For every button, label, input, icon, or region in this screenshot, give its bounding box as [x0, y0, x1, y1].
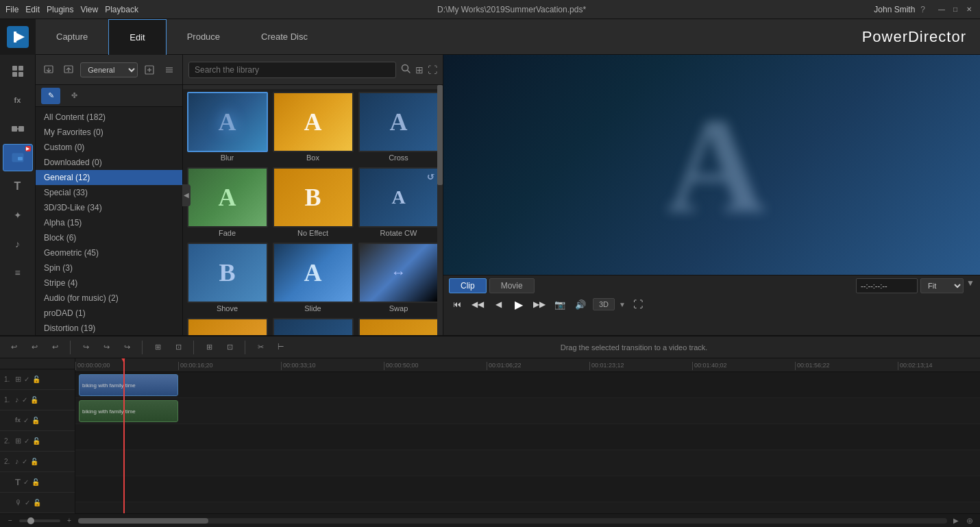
menu-edit[interactable]: Edit: [25, 5, 40, 14]
minimize-btn[interactable]: —: [936, 4, 947, 15]
transition-shove[interactable]: B Shove: [186, 243, 269, 315]
step-back-btn[interactable]: ◀◀: [469, 296, 486, 312]
transition-more-3[interactable]: A: [357, 318, 440, 335]
cat-distortion[interactable]: Distortion (19): [36, 321, 182, 335]
transition-fade[interactable]: A Fade: [186, 167, 269, 240]
filter-edit-tab[interactable]: ✎: [41, 88, 60, 104]
expand-view-btn[interactable]: ⛶: [428, 64, 437, 75]
transition-no-effect[interactable]: B No Effect: [271, 167, 354, 240]
volume-btn[interactable]: 🔊: [572, 296, 589, 312]
prev-frame-btn[interactable]: ◀: [490, 296, 506, 312]
cat-custom[interactable]: Custom (0): [36, 140, 182, 155]
cat-geometric[interactable]: Geometric (45): [36, 245, 182, 260]
close-btn[interactable]: ✕: [964, 4, 975, 15]
particles-tool[interactable]: ✦: [3, 201, 33, 229]
add-track-btn[interactable]: ⊕: [965, 516, 975, 526]
menu-playback[interactable]: Playback: [105, 5, 138, 14]
track-title-check[interactable]: ✓: [23, 478, 29, 486]
menu-plugins[interactable]: Plugins: [47, 5, 73, 14]
transition-more-2[interactable]: A: [271, 318, 354, 335]
track-1v-check[interactable]: ✓: [24, 376, 29, 383]
cat-downloaded[interactable]: Downloaded (0): [36, 155, 182, 170]
cat-spin[interactable]: Spin (3): [36, 260, 182, 275]
cat-all-content[interactable]: All Content (182): [36, 110, 182, 125]
pip-tool[interactable]: ▶: [3, 144, 33, 171]
transitions-tool[interactable]: [3, 115, 33, 143]
redo-btn2[interactable]: ↪: [98, 339, 114, 356]
snap-btn[interactable]: ⊞: [201, 339, 217, 356]
audio-tool[interactable]: ♪: [3, 230, 33, 258]
zoom-out-btn[interactable]: −: [5, 516, 15, 526]
scroll-right-btn[interactable]: ▶: [951, 516, 961, 526]
preview-tab-movie[interactable]: Movie: [489, 278, 535, 293]
search-icon[interactable]: [400, 63, 411, 76]
track-fx-lock[interactable]: 🔓: [32, 417, 40, 424]
transition-cross[interactable]: A Cross: [357, 92, 440, 164]
cat-my-favorites[interactable]: My Favorites (0): [36, 125, 182, 140]
next-frame-btn[interactable]: ▶▶: [531, 296, 548, 312]
track-vo-lock[interactable]: 🔓: [33, 499, 41, 506]
video-clip-1[interactable]: biking with family time: [79, 374, 178, 396]
play-btn[interactable]: ▶: [511, 296, 527, 312]
maximize-btn[interactable]: □: [950, 4, 961, 15]
chevron-down-icon[interactable]: ▼: [966, 278, 975, 293]
cat-audio-music[interactable]: Audio (for music) (2): [36, 291, 182, 306]
transition-more-1[interactable]: A: [186, 318, 269, 335]
track-2v-lock[interactable]: 🔓: [32, 437, 40, 445]
track-2a-check[interactable]: ✓: [22, 458, 27, 465]
timeline-mode-btn2[interactable]: ⊡: [170, 339, 186, 356]
timeline-mode-btn1[interactable]: ⊞: [149, 339, 166, 356]
audio-clip-1[interactable]: biking with family time: [79, 400, 178, 422]
undo-btn2[interactable]: ↩: [26, 339, 42, 356]
help-icon[interactable]: ?: [920, 5, 925, 14]
cat-stripe[interactable]: Stripe (4): [36, 275, 182, 291]
scroll-thumb[interactable]: [78, 518, 208, 524]
menu-view[interactable]: View: [80, 5, 98, 14]
track-1a-lock[interactable]: 🔓: [30, 396, 38, 404]
transition-box[interactable]: A Box: [271, 92, 354, 164]
fullscreen-btn[interactable]: ⛶: [630, 296, 646, 312]
track-title-lock[interactable]: 🔓: [32, 478, 40, 486]
grid-view-btn[interactable]: ⊞: [415, 64, 424, 75]
panel-collapse-btn[interactable]: ◀: [182, 184, 191, 206]
zoom-in-btn[interactable]: +: [64, 516, 74, 526]
transition-blur[interactable]: A Blur: [186, 92, 269, 164]
category-dropdown[interactable]: General Special 3D/3D-Like: [80, 62, 138, 77]
fit-dropdown[interactable]: Fit 100% 50%: [920, 278, 964, 293]
media-library-tool[interactable]: [3, 58, 33, 85]
cat-prodad[interactable]: proDAD (1): [36, 306, 182, 321]
transition-rotate-cw[interactable]: A ↺ Rotate CW: [357, 167, 440, 240]
menu-file[interactable]: File: [5, 5, 19, 14]
track-vo-check[interactable]: ✓: [25, 499, 30, 506]
undo-btn3[interactable]: ↩: [47, 339, 63, 356]
cut-btn[interactable]: ✂: [252, 339, 269, 356]
track-2a-lock[interactable]: 🔓: [30, 458, 38, 465]
playhead[interactable]: [123, 358, 125, 513]
cat-3d-3dlike[interactable]: 3D/3D-Like (34): [36, 200, 182, 215]
redo-btn3[interactable]: ↪: [119, 339, 135, 356]
undo-btn[interactable]: ↩: [5, 339, 22, 356]
export-button[interactable]: [60, 60, 78, 79]
timecode-display[interactable]: [856, 278, 918, 293]
transition-swap[interactable]: ↔ Swap: [357, 243, 440, 315]
search-input[interactable]: [188, 62, 396, 78]
import-button[interactable]: [40, 60, 58, 79]
track-2v-check[interactable]: ✓: [24, 437, 29, 445]
add-category-btn[interactable]: [140, 60, 158, 79]
subtitle-tool[interactable]: ≡: [3, 259, 33, 286]
effects-tool[interactable]: fx: [3, 86, 33, 114]
transition-slide[interactable]: A Slide: [271, 243, 354, 315]
mode-3d-btn[interactable]: 3D: [593, 298, 615, 310]
marker-btn[interactable]: ⊡: [221, 339, 238, 356]
list-view-btn[interactable]: [160, 60, 178, 79]
tab-create-disc[interactable]: Create Disc: [241, 19, 328, 55]
redo-btn[interactable]: ↪: [77, 339, 94, 356]
zoom-slider[interactable]: [19, 519, 60, 522]
cat-special[interactable]: Special (33): [36, 185, 182, 200]
track-fx-check[interactable]: ✓: [23, 417, 29, 424]
tab-capture[interactable]: Capture: [36, 19, 108, 55]
chevron-down-3d-icon[interactable]: ▼: [619, 301, 626, 308]
snapshot-btn[interactable]: 📷: [552, 296, 568, 312]
cat-block[interactable]: Block (6): [36, 230, 182, 245]
preview-tab-clip[interactable]: Clip: [449, 278, 487, 293]
